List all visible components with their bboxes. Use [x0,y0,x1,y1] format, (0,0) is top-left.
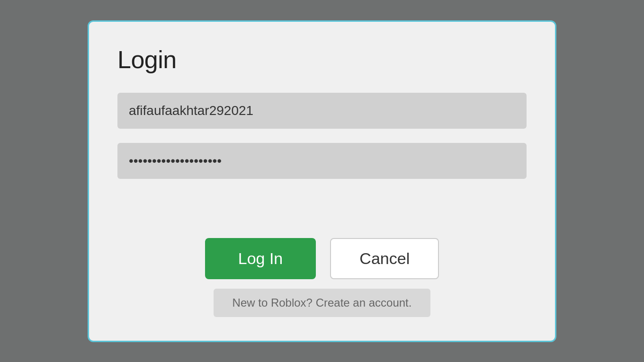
dialog-title: Login [117,45,527,74]
cancel-button[interactable]: Cancel [330,238,439,279]
spacer [117,193,527,229]
create-account-button[interactable]: New to Roblox? Create an account. [214,289,431,317]
login-dialog: Login Log In Cancel New to Roblox? Creat… [88,20,556,342]
login-button[interactable]: Log In [205,238,316,279]
password-input[interactable] [117,143,527,179]
button-row: Log In Cancel New to Roblox? Create an a… [117,238,527,317]
button-group: Log In Cancel [205,238,439,279]
dialog-overlay: Login Log In Cancel New to Roblox? Creat… [0,0,644,362]
username-input[interactable] [117,93,527,129]
